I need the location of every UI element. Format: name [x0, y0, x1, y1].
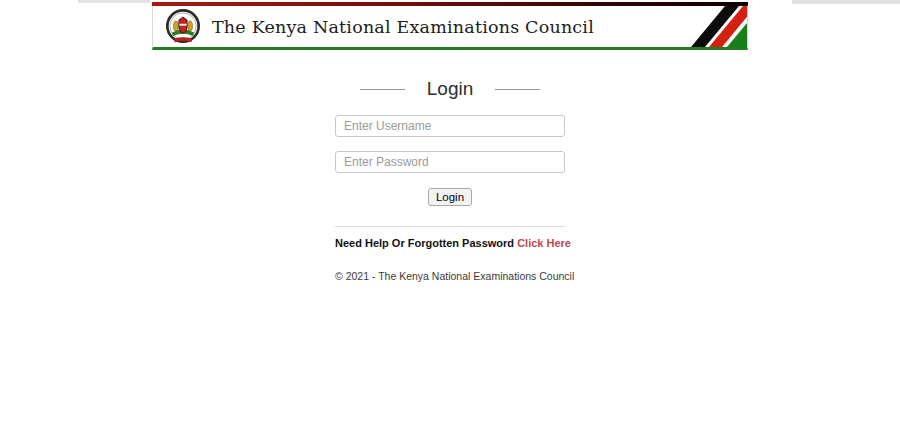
header-banner: The Kenya National Examinations Council	[152, 2, 748, 50]
copyright-text: © 2021 - The Kenya National Examinations…	[335, 270, 565, 282]
forgot-password-link[interactable]: Click Here	[517, 237, 571, 249]
login-panel: Login Login Need Help Or Forgotten Passw…	[335, 78, 565, 282]
top-edge-artifact-left	[78, 0, 150, 3]
help-row: Need Help Or Forgotten Password Click He…	[335, 237, 565, 249]
password-input[interactable]	[335, 151, 565, 173]
kenya-flag-stripes-icon	[685, 6, 747, 47]
divider	[335, 226, 565, 227]
login-heading: Login	[427, 78, 474, 100]
heading-line-right	[495, 89, 540, 90]
page: The Kenya National Examinations Council …	[0, 0, 900, 428]
top-edge-artifact-right	[792, 0, 900, 4]
kenya-coat-of-arms-icon	[164, 8, 202, 46]
site-title: The Kenya National Examinations Council	[212, 17, 594, 37]
banner-content: The Kenya National Examinations Council	[153, 6, 747, 47]
help-text: Need Help Or Forgotten Password	[335, 237, 517, 249]
heading-line-left	[360, 89, 405, 90]
username-input[interactable]	[335, 115, 565, 137]
login-button[interactable]: Login	[428, 188, 472, 206]
login-heading-row: Login	[335, 78, 565, 100]
